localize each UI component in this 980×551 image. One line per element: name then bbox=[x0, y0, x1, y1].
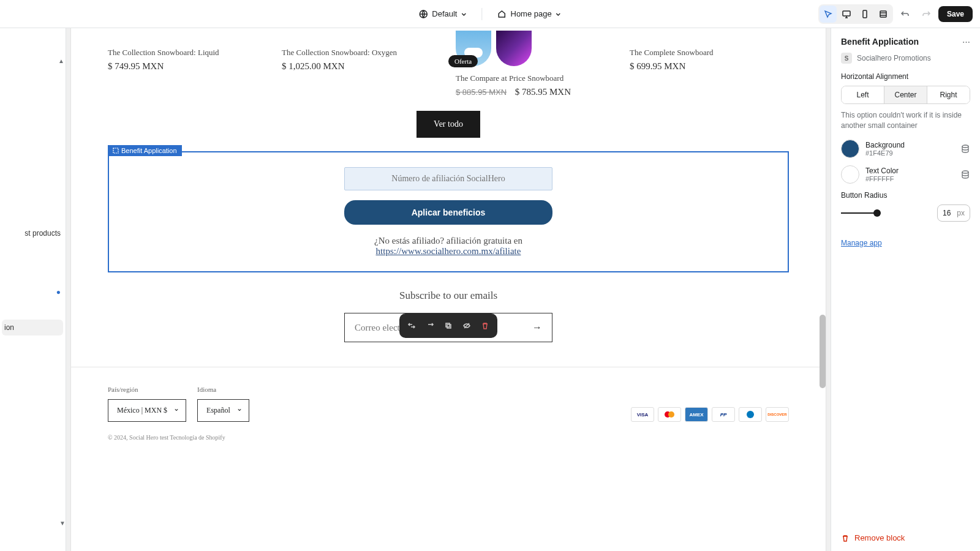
store-footer: País/región México | MXN $ Idioma Españo… bbox=[71, 367, 826, 434]
benefit-hint-text: ¿No estás afiliado? afiliación gratuita … bbox=[124, 236, 773, 257]
apply-benefits-button[interactable]: Aplicar beneficios bbox=[344, 200, 552, 225]
dynamic-source-icon[interactable] bbox=[960, 144, 970, 154]
device-preview-group bbox=[818, 4, 893, 24]
theme-selector[interactable]: Default bbox=[413, 7, 472, 21]
undo-icon bbox=[900, 9, 910, 19]
align-right-option[interactable]: Right bbox=[927, 86, 970, 103]
language-selector[interactable]: Español bbox=[197, 399, 249, 422]
dynamic-source-icon[interactable] bbox=[960, 170, 970, 179]
globe-icon bbox=[418, 9, 428, 19]
preview-canvas: The Collection Snowboard: Liquid $ 749.9… bbox=[71, 28, 826, 551]
copy-icon bbox=[444, 321, 453, 330]
svg-rect-4 bbox=[113, 148, 118, 153]
svg-point-7 bbox=[962, 145, 968, 148]
alignment-segmented-control: Left Center Right bbox=[841, 86, 970, 104]
block-settings-panel: Benefit Application ⋯ S Socialhero Promo… bbox=[831, 28, 980, 551]
block-action-toolbar bbox=[399, 313, 497, 338]
affiliate-link[interactable]: https://www.socialhero.com.mx/afiliate bbox=[376, 246, 521, 256]
product-card[interactable]: Oferta The Compare at Price Snowboard $ … bbox=[456, 31, 615, 97]
desktop-preview-button[interactable] bbox=[838, 6, 855, 23]
product-title: The Compare at Price Snowboard bbox=[456, 73, 615, 83]
svg-rect-5 bbox=[446, 323, 450, 327]
redo-button[interactable] bbox=[918, 6, 935, 23]
product-title: The Collection Snowboard: Oxygen bbox=[282, 48, 441, 58]
theme-label: Default bbox=[432, 9, 457, 18]
benefit-application-block[interactable]: Benefit Application Aplicar beneficios ¿… bbox=[108, 151, 789, 272]
desktop-icon bbox=[842, 9, 851, 19]
radius-input[interactable]: 16 px bbox=[937, 204, 970, 222]
scroll-down-indicator[interactable]: ▼ bbox=[59, 520, 66, 527]
scroll-up-indicator[interactable]: ▲ bbox=[58, 58, 66, 65]
chevron-down-icon bbox=[461, 11, 467, 17]
undo-button[interactable] bbox=[897, 6, 914, 23]
app-icon: S bbox=[841, 53, 852, 64]
view-all-button[interactable]: Ver todo bbox=[417, 111, 480, 138]
sale-badge: Oferta bbox=[448, 55, 478, 67]
text-color-row: Text Color #FFFFFF bbox=[841, 165, 970, 184]
svg-rect-3 bbox=[880, 11, 886, 17]
svg-rect-2 bbox=[863, 10, 867, 18]
tree-item-benefit-application[interactable]: ion bbox=[2, 320, 63, 335]
block-icon bbox=[113, 148, 119, 154]
separator bbox=[481, 8, 482, 20]
arrows-icon bbox=[407, 321, 416, 330]
background-color-row: Background #1F4E79 bbox=[841, 140, 970, 158]
fullscreen-preview-button[interactable] bbox=[875, 6, 892, 23]
product-price: $ 699.95 MXN bbox=[630, 61, 789, 72]
move-down-button[interactable] bbox=[421, 317, 439, 334]
svg-rect-1 bbox=[843, 11, 850, 16]
country-selector[interactable]: México | MXN $ bbox=[108, 399, 186, 422]
canvas-scrollbar[interactable] bbox=[820, 315, 826, 388]
slider-thumb[interactable] bbox=[873, 209, 881, 217]
panel-menu-button[interactable]: ⋯ bbox=[962, 37, 970, 47]
inspector-mode-button[interactable] bbox=[820, 6, 837, 23]
eye-off-icon bbox=[462, 321, 471, 330]
align-left-option[interactable]: Left bbox=[842, 86, 884, 103]
page-selector[interactable]: Home page bbox=[492, 7, 566, 21]
preview-canvas-wrapper: The Collection Snowboard: Liquid $ 749.9… bbox=[66, 28, 831, 551]
save-button[interactable]: Save bbox=[938, 6, 973, 22]
hide-button[interactable] bbox=[458, 317, 475, 334]
affiliation-number-input[interactable] bbox=[344, 167, 552, 190]
product-card[interactable]: The Complete Snowboard $ 699.95 MXN bbox=[630, 31, 789, 97]
trash-icon bbox=[481, 321, 489, 330]
text-color-swatch[interactable] bbox=[841, 165, 859, 184]
color-label: Background bbox=[865, 141, 954, 149]
product-title: The Collection Snowboard: Liquid bbox=[108, 48, 267, 58]
product-thumbnail bbox=[496, 31, 532, 66]
remove-block-button[interactable]: Remove block bbox=[831, 524, 980, 551]
product-title: The Complete Snowboard bbox=[630, 48, 789, 58]
block-selection-label: Benefit Application bbox=[108, 145, 182, 156]
home-icon bbox=[497, 9, 507, 19]
svg-rect-6 bbox=[447, 324, 451, 328]
product-price: $ 1,025.00 MXN bbox=[282, 61, 441, 72]
featured-products-row: The Collection Snowboard: Liquid $ 749.9… bbox=[71, 31, 826, 97]
amex-icon: AMEX bbox=[685, 407, 708, 422]
manage-app-link[interactable]: Manage app bbox=[841, 239, 882, 247]
color-hex: #FFFFFF bbox=[865, 175, 954, 182]
delete-button[interactable] bbox=[477, 317, 494, 334]
diners-icon bbox=[739, 407, 762, 422]
move-up-button[interactable] bbox=[403, 317, 420, 334]
tree-item-products[interactable]: st products bbox=[22, 225, 63, 241]
product-card[interactable]: The Collection Snowboard: Oxygen $ 1,025… bbox=[282, 31, 441, 97]
tree-item-selected-marker[interactable]: ● bbox=[54, 284, 63, 300]
trash-icon bbox=[841, 534, 850, 542]
product-image-group: Oferta bbox=[456, 31, 615, 66]
product-card[interactable]: The Collection Snowboard: Liquid $ 749.9… bbox=[108, 31, 267, 97]
arrow-icon bbox=[426, 321, 434, 330]
country-label: País/región bbox=[108, 386, 186, 393]
mobile-preview-button[interactable] bbox=[856, 6, 873, 23]
language-label: Idioma bbox=[197, 386, 249, 393]
duplicate-button[interactable] bbox=[440, 317, 457, 334]
submit-arrow-icon[interactable]: → bbox=[532, 322, 542, 333]
alignment-label: Horizontal Alignment bbox=[841, 72, 970, 81]
background-color-swatch[interactable] bbox=[841, 140, 859, 158]
svg-point-8 bbox=[962, 171, 968, 173]
payment-icons: VISA AMEX PP DISCOVER bbox=[631, 407, 789, 422]
chevron-down-icon bbox=[556, 11, 562, 17]
radius-slider[interactable] bbox=[841, 208, 931, 218]
align-center-option[interactable]: Center bbox=[884, 86, 927, 103]
cursor-icon bbox=[823, 9, 833, 19]
color-label: Text Color bbox=[865, 167, 954, 175]
